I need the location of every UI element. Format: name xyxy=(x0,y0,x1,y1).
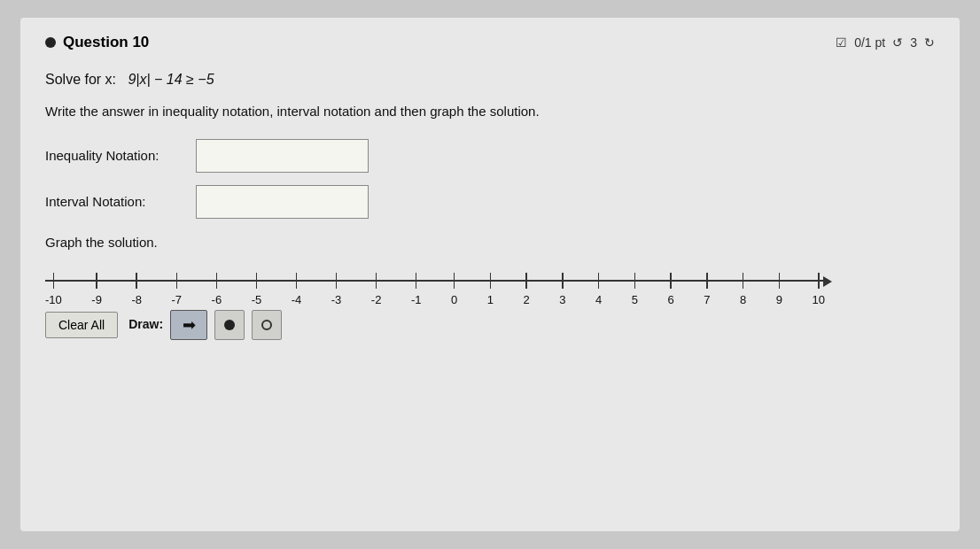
tick-0: 0 xyxy=(451,273,457,310)
tick-label: -4 xyxy=(292,290,302,310)
tick-line xyxy=(376,273,377,289)
tick-line xyxy=(670,273,672,289)
open-circle-icon xyxy=(261,320,272,330)
inequality-notation-row: Inequality Notation: xyxy=(45,139,935,173)
tick-line xyxy=(136,273,137,289)
tick-label: -2 xyxy=(371,290,382,310)
tick-9: 9 xyxy=(776,273,782,310)
question-body: Solve for x: 9|x| − 14 ≥ −5 Write the an… xyxy=(45,67,935,340)
tick-line xyxy=(256,273,258,289)
tick-label: 9 xyxy=(776,290,782,310)
filled-circle-icon xyxy=(224,320,235,330)
interval-input[interactable] xyxy=(196,185,369,219)
clear-all-button[interactable]: Clear All xyxy=(45,312,118,338)
tick-marks: -10-9-8-7-6-5-4-3-2-1012345678910 xyxy=(45,273,825,310)
check-icon: ☑ xyxy=(836,35,847,50)
interval-notation-row: Interval Notation: xyxy=(45,185,935,219)
tick-line xyxy=(743,273,744,289)
tick-line xyxy=(96,273,97,289)
problem-prefix: Solve for x: xyxy=(45,72,116,87)
tick--2: -2 xyxy=(371,273,382,310)
tick-label: -7 xyxy=(171,290,182,310)
question-card: Question 10 ☑ 0/1 pt ↺ 3 ↻ Solve for x: … xyxy=(20,18,960,531)
arrow-icon: ➡ xyxy=(183,312,196,339)
interval-label: Interval Notation: xyxy=(45,190,187,213)
question-meta: ☑ 0/1 pt ↺ 3 ↻ xyxy=(836,35,935,50)
controls-row: Clear All Draw: ➡ xyxy=(45,310,935,340)
inequality-input[interactable] xyxy=(196,139,369,173)
question-bullet xyxy=(45,37,56,48)
points-display: 0/1 pt xyxy=(854,35,885,50)
number-line-container: -10-9-8-7-6-5-4-3-2-1012345678910 xyxy=(45,264,825,298)
tick-label: -10 xyxy=(45,290,62,310)
tick-label: -5 xyxy=(252,290,262,310)
tick-label: -6 xyxy=(212,290,222,310)
tick-line xyxy=(454,273,455,289)
tick-line xyxy=(525,273,527,289)
tick-3: 3 xyxy=(559,273,565,310)
refresh-icon[interactable]: ↻ xyxy=(924,35,935,50)
tick--8: -8 xyxy=(131,273,142,310)
tick-line xyxy=(416,273,417,289)
tick--1: -1 xyxy=(411,273,422,310)
tick-label: 6 xyxy=(668,290,674,310)
tick--6: -6 xyxy=(212,273,222,310)
tick-label: 8 xyxy=(740,290,746,310)
tick-line xyxy=(818,273,820,289)
question-header: Question 10 ☑ 0/1 pt ↺ 3 ↻ xyxy=(45,34,935,51)
retry-count: 3 xyxy=(910,35,917,50)
tick-line xyxy=(598,273,600,289)
inequality-label: Inequality Notation: xyxy=(45,144,187,167)
tick-4: 4 xyxy=(595,273,602,310)
tick--3: -3 xyxy=(331,273,342,310)
tick--4: -4 xyxy=(292,273,302,310)
tick-5: 5 xyxy=(632,273,638,310)
tick-line xyxy=(336,273,338,289)
tick-8: 8 xyxy=(740,273,746,310)
tick-label: 7 xyxy=(704,290,710,310)
tick-1: 1 xyxy=(487,273,494,310)
undo-icon[interactable]: ↺ xyxy=(892,35,903,50)
tick--9: -9 xyxy=(91,273,102,310)
tick-line xyxy=(490,273,492,289)
tick-label: 2 xyxy=(524,290,530,310)
tick-line xyxy=(562,273,564,289)
arrow-tool[interactable]: ➡ xyxy=(170,310,207,340)
tick-2: 2 xyxy=(524,273,530,310)
tick--10: -10 xyxy=(45,273,62,310)
tick--5: -5 xyxy=(252,273,262,310)
tick-line xyxy=(779,273,781,289)
tick-line xyxy=(176,273,178,289)
tick-label: -1 xyxy=(411,290,422,310)
question-number: Question 10 xyxy=(63,34,149,51)
problem-expression: 9|x| − 14 ≥ −5 xyxy=(128,72,214,87)
tick-label: 5 xyxy=(632,290,638,310)
tick-10: 10 xyxy=(813,273,825,310)
filled-dot-tool[interactable] xyxy=(214,310,245,340)
tick-label: -9 xyxy=(91,290,102,310)
tick-label: 10 xyxy=(813,290,825,310)
tick-6: 6 xyxy=(668,273,674,310)
draw-label: Draw: xyxy=(128,314,163,336)
instruction-line: Write the answer in inequality notation,… xyxy=(45,100,935,123)
tick-7: 7 xyxy=(704,273,710,310)
tick-label: -8 xyxy=(131,290,142,310)
tick-line xyxy=(53,273,55,289)
problem-line: Solve for x: 9|x| − 14 ≥ −5 xyxy=(45,67,935,91)
question-title: Question 10 xyxy=(45,34,149,51)
graph-label: Graph the solution. xyxy=(45,231,935,254)
tick--7: -7 xyxy=(171,273,182,310)
open-dot-tool[interactable] xyxy=(252,310,282,340)
tick-line xyxy=(216,273,218,289)
tick-label: -3 xyxy=(331,290,342,310)
tick-label: 3 xyxy=(559,290,565,310)
tick-label: 1 xyxy=(487,290,494,310)
tick-line xyxy=(634,273,636,289)
tick-line xyxy=(706,273,708,289)
tick-label: 0 xyxy=(451,290,457,310)
tick-label: 4 xyxy=(595,290,602,310)
tick-line xyxy=(296,273,298,289)
